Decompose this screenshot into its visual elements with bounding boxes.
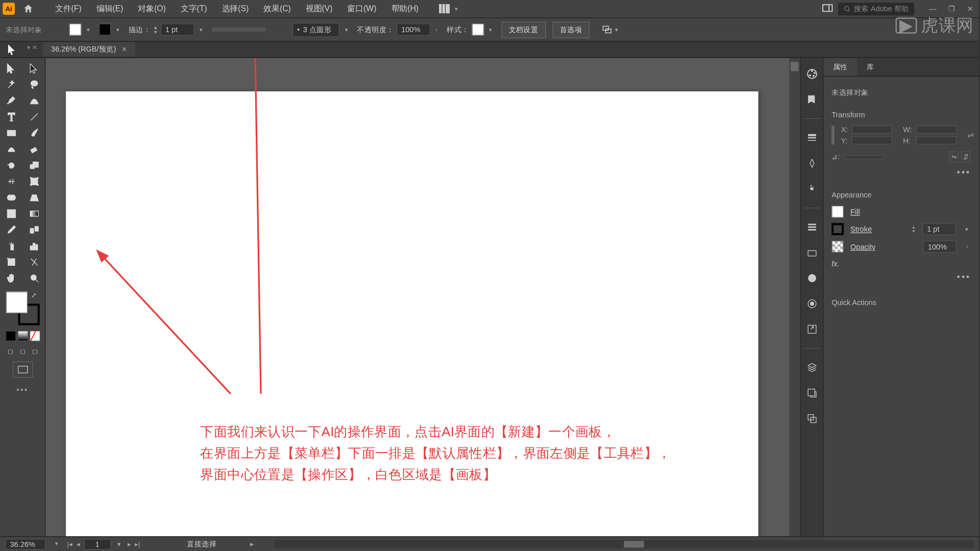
brushes-panel-icon[interactable] — [805, 157, 818, 170]
opacity-link[interactable]: Opacity — [850, 242, 917, 251]
preferences-button[interactable]: 首选项 — [552, 21, 589, 38]
lasso-tool[interactable] — [24, 77, 44, 93]
direct-selection-tool[interactable] — [24, 61, 44, 77]
rotate-tool[interactable] — [2, 157, 22, 173]
perspective-tool[interactable] — [24, 189, 44, 206]
transform-panel-icon[interactable] — [805, 246, 818, 259]
chevron-right-icon[interactable]: › — [964, 243, 971, 249]
y-input[interactable] — [852, 136, 892, 144]
stroke-swatch[interactable] — [99, 23, 111, 36]
fill-swatch-group[interactable]: ▾ — [69, 23, 92, 36]
maximize-icon[interactable]: ❐ — [946, 3, 958, 14]
stroke-link[interactable]: Stroke — [850, 225, 905, 233]
opacity-swatch[interactable] — [831, 241, 844, 253]
stepper-icon[interactable]: ▲▼ — [153, 25, 158, 34]
document-setup-button[interactable]: 文档设置 — [501, 21, 546, 38]
fill-stroke-indicator[interactable]: ⤢ — [6, 292, 39, 325]
minimize-icon[interactable]: — — [926, 3, 939, 14]
opacity-field[interactable]: 100% — [923, 241, 957, 253]
artboard-tool[interactable] — [2, 254, 22, 270]
chevron-down-icon[interactable]: ▾ — [53, 541, 61, 547]
chevron-right-icon[interactable]: › — [433, 27, 440, 33]
document-tab[interactable]: 36.26% (RGB/预览) ✕ — [43, 42, 135, 57]
chevron-down-icon[interactable]: ▾ — [486, 27, 495, 33]
layers-panel-icon[interactable] — [805, 361, 818, 374]
symbol-sprayer-tool[interactable] — [2, 238, 22, 254]
paintbrush-tool[interactable] — [24, 125, 44, 141]
draw-inside-icon[interactable]: ◻ — [29, 345, 40, 356]
chevron-down-icon[interactable]: ▾ — [342, 27, 350, 33]
tab-libraries[interactable]: 库 — [857, 58, 883, 76]
home-icon[interactable] — [21, 2, 35, 15]
draw-normal-icon[interactable]: ◻ — [5, 345, 16, 356]
type-tool[interactable] — [2, 109, 22, 125]
more-transform-options[interactable]: ••• — [831, 167, 971, 178]
next-artboard-icon[interactable]: ▸ — [128, 540, 131, 547]
artboard-number[interactable]: 1 — [84, 539, 111, 549]
arrange-docs-icon[interactable]: ▾ — [439, 4, 460, 13]
style-swatch[interactable] — [472, 23, 484, 36]
fx-label[interactable]: fx. — [831, 259, 971, 267]
stroke-color-swatch[interactable] — [831, 223, 844, 235]
stroke-weight-input[interactable]: 1 pt — [161, 23, 194, 36]
chevron-down-icon[interactable]: ▾ — [963, 226, 971, 232]
menu-type[interactable]: 文字(T) — [174, 1, 214, 17]
color-panel-icon[interactable] — [805, 67, 818, 81]
color-none[interactable]: ╱ — [29, 331, 40, 341]
shaper-tool[interactable] — [2, 141, 22, 158]
menu-edit[interactable]: 编辑(E) — [90, 1, 130, 17]
export-panel-icon[interactable] — [805, 322, 818, 336]
x-input[interactable] — [852, 126, 892, 134]
selection-tool[interactable] — [2, 61, 22, 77]
close-icon[interactable]: ✕ — [965, 3, 976, 14]
stroke-panel-icon[interactable] — [805, 131, 818, 144]
magic-wand-tool[interactable] — [2, 77, 22, 93]
align-panel-icon[interactable] — [805, 220, 818, 234]
horizontal-scrollbar[interactable] — [275, 540, 973, 548]
color-gradient[interactable] — [17, 331, 28, 341]
status-play-icon[interactable]: ▸ — [250, 540, 254, 548]
zoom-level[interactable]: 36.26% — [6, 539, 46, 549]
color-solid[interactable] — [5, 331, 16, 341]
fill-swatch[interactable] — [69, 23, 82, 36]
screen-mode-button[interactable] — [12, 362, 33, 378]
chevron-down-icon[interactable]: ▾ — [197, 27, 205, 33]
swap-fill-stroke-icon[interactable]: ⤢ — [31, 292, 37, 299]
gradient-tool[interactable] — [24, 206, 44, 222]
chevron-down-icon[interactable]: ▾ — [115, 540, 124, 547]
canvas-area[interactable]: 下面我们来认识一下AI的操作界面，点击AI界面的【新建】一个画板， 在界面上方是… — [46, 58, 800, 536]
tab-properties[interactable]: 属性 — [823, 58, 857, 76]
transparency-panel-icon[interactable] — [805, 297, 818, 310]
layout-icon[interactable] — [822, 4, 833, 13]
menu-view[interactable]: 视图(V) — [299, 1, 339, 17]
hand-tool[interactable] — [2, 270, 22, 286]
opacity-input[interactable]: 100% — [397, 23, 430, 36]
h-input[interactable] — [916, 136, 957, 144]
angle-input[interactable] — [844, 155, 884, 159]
symbols-panel-icon[interactable] — [805, 182, 818, 195]
fill-color-box[interactable] — [6, 292, 27, 313]
curvature-tool[interactable] — [24, 93, 44, 109]
eyedropper-tool[interactable] — [2, 222, 22, 238]
zoom-tool[interactable] — [24, 270, 44, 286]
w-input[interactable] — [916, 126, 957, 134]
tab-close-icon[interactable]: ✕ — [121, 46, 127, 53]
chevron-down-icon[interactable]: ▾ — [114, 27, 122, 33]
menu-effect[interactable]: 效果(C) — [257, 1, 298, 17]
slice-tool[interactable] — [24, 254, 44, 270]
link-wh-icon[interactable]: ⇌ — [967, 131, 974, 140]
asset-export-icon[interactable] — [805, 386, 818, 399]
line-tool[interactable] — [24, 109, 44, 125]
menu-file[interactable]: 文件(F) — [48, 1, 88, 17]
graph-tool[interactable] — [24, 238, 44, 254]
first-artboard-icon[interactable]: |◂ — [67, 540, 72, 547]
shape-builder-tool[interactable] — [2, 189, 22, 206]
more-appearance-options[interactable]: ••• — [831, 271, 971, 282]
menu-select[interactable]: 选择(S) — [215, 1, 255, 17]
eraser-tool[interactable] — [24, 141, 44, 158]
width-tool[interactable] — [2, 173, 22, 190]
blend-tool[interactable] — [24, 222, 44, 238]
brush-preset[interactable] — [212, 28, 265, 32]
stroke-weight-field[interactable]: 1 pt — [922, 223, 956, 235]
flip-horizontal-icon[interactable]: ⇋ — [949, 151, 959, 162]
